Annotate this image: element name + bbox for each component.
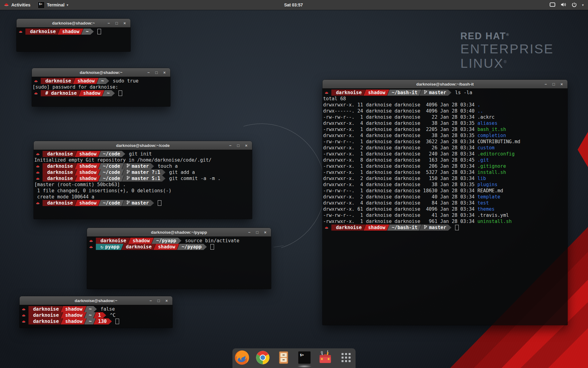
window-titlebar[interactable]: darknoise@shadow:~−□× <box>20 296 172 305</box>
file-name: template <box>477 194 500 200</box>
output-line: Initialized empty Git repository in /hom… <box>34 157 251 163</box>
file-list-row: -rwxrwxr-x. 1 darknoise darknoise 5327 J… <box>323 169 567 175</box>
registered-mark: ® <box>506 33 510 37</box>
redhat-prompt-icon <box>33 90 39 96</box>
prompt-line: darknoiseshadow~/codemaster ?:1git add a <box>34 169 251 175</box>
rhel-logo-brand: RED HAT <box>460 31 506 41</box>
terminal-body[interactable]: darknoiseshadow~/bash-itmasterls -latota… <box>322 88 567 325</box>
close-button[interactable]: × <box>558 82 566 86</box>
file-list-row: drwxrwxr-x. 2 darknoise darknoise 40 Jan… <box>323 194 567 200</box>
file-list-row: -rwxrwxr-x. 1 darknoise darknoise 961 Ja… <box>323 218 567 224</box>
window-titlebar[interactable]: darknoise@shadow:~−□× <box>32 68 170 77</box>
terminal-body[interactable]: darknoiseshadow~/pyappsource bin/activat… <box>87 236 271 289</box>
prompt-segment-path: ~/code <box>98 151 125 157</box>
minimize-button[interactable]: − <box>105 21 113 25</box>
prompt-line: darknoiseshadow~/codemastertouch a <box>34 163 251 169</box>
prompt-segment-host: shadow <box>128 238 154 244</box>
chrome-icon <box>255 350 271 367</box>
prompt-segment-git: master <box>122 163 154 169</box>
maximize-button[interactable]: □ <box>550 82 558 86</box>
redhat-prompt-icon <box>89 238 94 244</box>
prompt-segment-host: shadow <box>75 169 100 175</box>
close-button[interactable]: × <box>163 298 171 303</box>
python-venv-icon: ↻ <box>100 244 103 250</box>
dock-item-chrome[interactable] <box>254 350 271 367</box>
window-title: darknoise@shadow:~/pyapp <box>87 230 271 235</box>
terminal-app-icon: $> <box>38 2 45 9</box>
system-status-area[interactable]: ▾ <box>545 0 588 10</box>
redhat-distro-icon <box>4 2 9 8</box>
maximize-button[interactable]: □ <box>234 143 242 148</box>
minimize-button[interactable]: − <box>542 82 550 86</box>
prompt-segment-host: shadow <box>75 151 100 157</box>
close-button[interactable]: × <box>242 143 250 148</box>
terminal-window: darknoise@shadow:~/pyapp−□×darknoiseshad… <box>87 228 271 289</box>
file-list-row: drwx------. 24 darknoise darknoise 4096 … <box>323 108 567 114</box>
terminal-body[interactable]: darknoiseshadow~falsedarknoiseshadow~1^C… <box>20 305 172 328</box>
dock-item-files[interactable] <box>275 350 292 367</box>
prompt-segment-git: master S:1 <box>122 175 165 182</box>
prompt-segment-user: darknoise <box>43 169 77 175</box>
activities-button[interactable]: Activities <box>0 0 34 10</box>
file-list-row: -rwxrwxr-x. 1 darknoise darknoise 240 Ja… <box>323 151 567 157</box>
redhat-prompt-icon <box>35 175 40 182</box>
window-titlebar[interactable]: darknoise@shadow:~/pyapp−□× <box>87 228 271 237</box>
prompt-segment-user: darknoise <box>41 78 75 84</box>
prompt-segment-path: ~/code <box>98 169 124 175</box>
window-titlebar[interactable]: darknoise@shadow:~/code−□× <box>34 141 252 150</box>
dock-item-toolbox[interactable] <box>317 350 334 367</box>
minimize-button[interactable]: − <box>226 143 234 148</box>
close-button[interactable]: × <box>121 21 129 25</box>
prompt-line: darknoiseshadow~/codegit init <box>34 151 251 157</box>
window-titlebar[interactable]: darknoise@shadow:~/bash-it−□× <box>322 80 567 89</box>
prompt-segment-user: darknoise <box>121 244 156 250</box>
terminal-body[interactable]: darknoiseshadow~/codegit initInitialized… <box>34 150 252 219</box>
command-text: source bin/activate <box>185 238 239 244</box>
app-grid-icon <box>339 351 353 366</box>
file-name: themes <box>477 206 495 212</box>
git-branch-icon <box>126 175 132 182</box>
dock-item-firefox[interactable] <box>233 350 251 367</box>
redhat-prompt-icon <box>35 151 40 157</box>
terminal-window: darknoise@shadow:~/code−□×darknoiseshado… <box>34 141 252 219</box>
redhat-prompt-icon <box>21 318 26 324</box>
prompt-segment-git: master <box>419 90 451 96</box>
redhat-prompt-icon <box>324 224 329 231</box>
chevron-down-icon: ▾ <box>67 3 69 7</box>
minimize-button[interactable]: − <box>145 70 153 75</box>
clock[interactable]: Sat 03:57 <box>281 0 306 10</box>
app-menu-terminal[interactable]: $> Terminal ▾ <box>34 0 72 10</box>
maximize-button[interactable]: □ <box>113 21 121 25</box>
maximize-button[interactable]: □ <box>155 298 163 303</box>
prompt-segment-user: darknoise <box>43 151 77 157</box>
prompt-segment-err: 130 <box>93 318 112 324</box>
minimize-button[interactable]: − <box>245 230 253 235</box>
maximize-button[interactable]: □ <box>253 230 261 235</box>
redhat-prompt-icon <box>21 306 26 312</box>
minimize-button[interactable]: − <box>147 298 155 303</box>
output-line: create mode 100644 a <box>34 194 251 200</box>
window-titlebar[interactable]: darknoise@shadow:~−□× <box>17 19 130 28</box>
terminal-body[interactable]: darknoiseshadow~sudo true[sudo] password… <box>32 77 170 106</box>
prompt-segment-path: ~ <box>84 306 97 312</box>
rhel-logo: RED HAT® ENTERPRISE LINUX® <box>460 31 554 71</box>
output-line: total 68 <box>323 96 567 102</box>
close-button[interactable]: × <box>261 230 269 235</box>
window-controls: −□× <box>226 143 250 148</box>
prompt-segment-path: ~/code <box>98 200 124 206</box>
file-name: . <box>477 102 480 108</box>
close-button[interactable]: × <box>160 70 168 75</box>
prompt-segment-err: 1 <box>93 312 106 318</box>
dock-item-terminal[interactable]: $> <box>296 350 313 367</box>
file-name: .. <box>477 108 483 114</box>
file-name: .travis.yml <box>477 213 509 218</box>
dock-item-app-grid[interactable] <box>337 350 355 367</box>
window-controls: −□× <box>145 70 168 75</box>
prompt-line: darknoiseshadow~/bash-itmasterls -la <box>323 90 567 96</box>
file-manager-icon <box>276 350 292 367</box>
maximize-button[interactable]: □ <box>153 70 160 75</box>
terminal-window: darknoise@shadow:~−□×darknoiseshadow~ <box>17 19 130 52</box>
prompt-segment-host: shadow <box>364 90 389 96</box>
terminal-body[interactable]: darknoiseshadow~ <box>17 27 130 52</box>
file-name: aliases <box>477 121 497 126</box>
